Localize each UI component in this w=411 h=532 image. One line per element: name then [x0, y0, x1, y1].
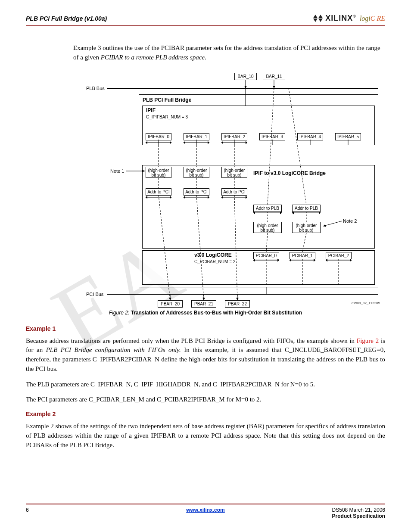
example-1-heading: Example 1	[26, 325, 385, 332]
plb-bus-label: PLB Bus	[86, 86, 105, 91]
ipif2-title: IPIF to v3.0 LogiCORE Bridge	[253, 170, 326, 176]
pcibar-1: PCIBAR_1	[290, 252, 315, 259]
addr-pci-2: Addr to PCI	[221, 188, 247, 196]
pci-bus-label: PCI Bus	[86, 292, 103, 297]
addr-pci-1: Addr to PCI	[184, 188, 209, 196]
ipif-title: IPIF	[143, 106, 374, 115]
ipif-param: C_IPIFBAR_NUM = 3	[143, 115, 374, 119]
page-footer: 6 www.xilinx.com DS508 March 21, 2006 Pr…	[26, 504, 385, 519]
note-2-label: Note 2	[343, 218, 357, 224]
ipifbar-0: IPIFBAR_0	[146, 133, 171, 140]
footer-center: www.xilinx.com	[26, 507, 385, 513]
pbar-22: PBAR_22	[225, 300, 250, 308]
figure-2: PLB PCI Full Bridge IPIF C_IPIFBAR_NUM =…	[73, 73, 385, 308]
pcibar-2: PCIBAR_2	[326, 252, 352, 259]
bridge-title: PLB PCI Full Bridge	[139, 95, 378, 105]
ipifbar-4: IPIFBAR_4	[297, 133, 323, 140]
logo-area: XILINX® logiC RE	[313, 14, 385, 23]
example-1-p2: The PLB parameters are C_IPIFBAR_N, C_IP…	[26, 380, 385, 389]
bar-11: BAR_11	[263, 73, 285, 80]
doc-title: PLB PCI Full Bridge (v1.00a)	[26, 15, 107, 22]
ipifbar-5: IPIFBAR_5	[335, 133, 361, 140]
figure-2-link[interactable]: Figure 2	[357, 337, 379, 344]
ipifbar-3: IPIFBAR_3	[259, 133, 285, 140]
v3-param: C_PCIBAR_NUM = 2	[143, 259, 374, 264]
figure-ref-number: ds508_02_112205	[352, 301, 380, 305]
xilinx-url-link[interactable]: www.xilinx.com	[186, 507, 225, 513]
logicore-mark: logiC RE	[360, 15, 385, 22]
addr-plb-0: Addr to PLB	[253, 205, 282, 212]
example-2-p1: Example 2 shows of the settings of the t…	[26, 422, 385, 450]
highorder-2: (high-order bit sub)	[221, 167, 247, 178]
page-header: PLB PCI Full Bridge (v1.00a) XILINX® log…	[26, 14, 385, 26]
xilinx-brand-text: XILINX®	[325, 14, 356, 23]
highorder-0: (high-order bit sub)	[146, 167, 171, 178]
highorder-r0: (high-order bit sub)	[253, 222, 282, 233]
pbar-21: PBAR_21	[191, 300, 216, 308]
addr-plb-1: Addr to PLB	[292, 205, 321, 212]
figure-caption: Figure 2: Translation of Addresses Bus-t…	[26, 310, 385, 316]
xilinx-logo-icon	[313, 14, 322, 23]
figure-ref: Figure 2:	[109, 310, 129, 316]
highorder-r1: (high-order bit sub)	[292, 222, 321, 233]
note-1-label: Note 1	[110, 168, 124, 174]
pcibar-0: PCIBAR_0	[253, 252, 279, 259]
example-1-p3: The PCI parameters are C_PCIBAR_LEN_M an…	[26, 395, 385, 404]
ipifbar-1: IPIFBAR_1	[184, 133, 209, 140]
ipifbar-2: IPIFBAR_2	[221, 133, 247, 140]
addr-pci-0: Addr to PCI	[146, 188, 171, 196]
pbar-20: PBAR_20	[158, 300, 183, 308]
bar-10: BAR_10	[234, 73, 257, 80]
figure-title: Translation of Addresses Bus-to-Bus with…	[131, 310, 302, 316]
example-2-heading: Example 2	[26, 411, 385, 417]
example-1-p1: Because address translations are perform…	[26, 336, 385, 374]
product-spec-label: Product Specification	[332, 513, 385, 519]
highorder-1: (high-order bit sub)	[184, 167, 209, 178]
intro-paragraph: Example 3 outlines the use of the PCIBAR…	[73, 44, 385, 62]
